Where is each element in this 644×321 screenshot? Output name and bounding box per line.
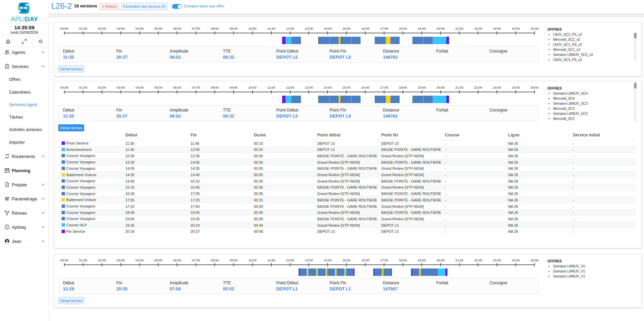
svg-text:$: $ bbox=[6, 184, 8, 186]
